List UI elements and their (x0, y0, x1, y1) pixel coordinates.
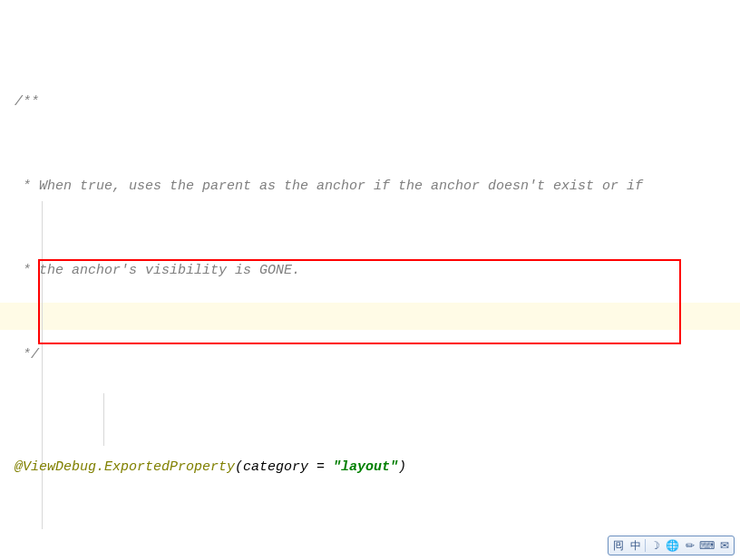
ime-restore-icon[interactable]: 囘 (610, 538, 626, 553)
comment-line: */ (15, 341, 39, 369)
comment-line: * When true, uses the parent as the anch… (15, 172, 643, 200)
comment-line: * the anchor's visibility is GONE. (15, 256, 300, 285)
ime-mail-icon[interactable]: ✉ (716, 538, 732, 553)
ime-keyboard-icon[interactable]: ⌨ (699, 538, 715, 553)
ime-status-bar[interactable]: 囘 中 ☽ 🌐 ✏ ⌨ ✉ (608, 536, 735, 555)
string-literal: "layout" (333, 453, 398, 481)
paren-close: ) (398, 453, 406, 481)
status-separator (645, 539, 646, 552)
ime-globe-icon[interactable]: 🌐 (665, 538, 680, 553)
annotation-args: (category = (235, 453, 333, 481)
code-editor[interactable]: /** * When true, uses the parent as the … (0, 0, 740, 560)
comment-line: /** (15, 88, 39, 116)
ime-edit-icon[interactable]: ✏ (682, 538, 697, 553)
indent-guide (103, 393, 104, 446)
ime-moon-icon[interactable]: ☽ (648, 538, 663, 553)
ime-lang-zh-icon[interactable]: 中 (628, 538, 643, 553)
annotation: @ViewDebug.ExportedProperty (15, 453, 235, 481)
